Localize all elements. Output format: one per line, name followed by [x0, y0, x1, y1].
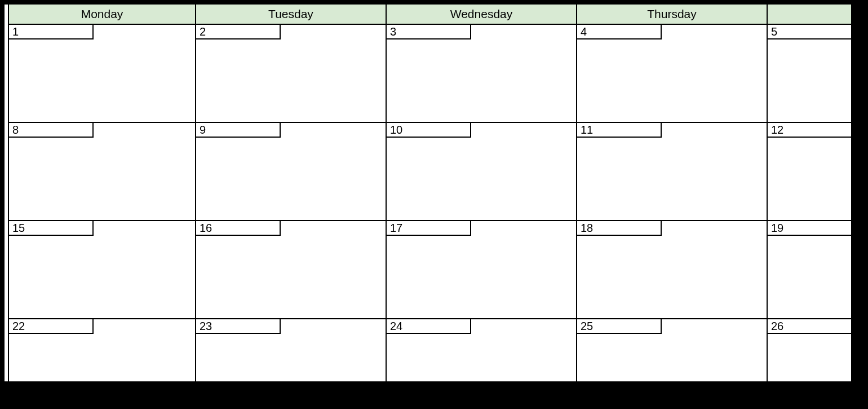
calendar-page: Monday 1 8 15 22 Tuesday 2 9 16 [5, 5, 851, 381]
calendar-cell[interactable]: 19 [768, 221, 851, 319]
day-column-wednesday: Wednesday 3 10 17 24 [387, 5, 577, 381]
calendar-cell[interactable]: 26 [768, 319, 851, 381]
day-number: 3 [387, 25, 471, 39]
day-number: 9 [196, 123, 281, 138]
day-header: Wednesday [387, 5, 576, 25]
calendar-cell[interactable]: 10 [387, 123, 576, 221]
calendar-cell[interactable]: 23 [196, 319, 386, 381]
day-column-thursday: Thursday 4 11 18 25 [577, 5, 768, 381]
calendar-cell[interactable]: 11 [577, 123, 767, 221]
day-header: Monday [9, 5, 195, 25]
calendar-cell[interactable]: 12 [768, 123, 851, 221]
day-number: 22 [9, 319, 94, 334]
day-number: 8 [9, 123, 94, 138]
calendar-cell[interactable]: 24 [387, 319, 576, 381]
left-gutter [5, 5, 9, 381]
day-header: Thursday [577, 5, 767, 25]
calendar-cell[interactable]: 8 [9, 123, 195, 221]
day-number: 10 [387, 123, 471, 138]
day-number: 1 [9, 25, 94, 39]
day-header: Friday [768, 5, 851, 25]
calendar-cell[interactable]: 25 [577, 319, 767, 381]
day-column-friday: Friday 5 12 19 26 [768, 5, 851, 381]
day-number: 17 [387, 221, 471, 236]
day-number: 2 [196, 25, 281, 39]
day-number: 11 [577, 123, 662, 138]
calendar-cell[interactable]: 15 [9, 221, 195, 319]
day-number: 19 [768, 221, 851, 236]
day-column-tuesday: Tuesday 2 9 16 23 [196, 5, 387, 381]
calendar-cell[interactable]: 18 [577, 221, 767, 319]
day-column-monday: Monday 1 8 15 22 [9, 5, 196, 381]
calendar-cell[interactable]: 9 [196, 123, 386, 221]
calendar-cell[interactable]: 5 [768, 25, 851, 123]
day-number: 5 [768, 25, 851, 39]
day-number: 18 [577, 221, 662, 236]
calendar-cell[interactable]: 22 [9, 319, 195, 381]
day-header: Tuesday [196, 5, 386, 25]
calendar-cell[interactable]: 2 [196, 25, 386, 123]
calendar-cell[interactable]: 1 [9, 25, 195, 123]
calendar-grid: Monday 1 8 15 22 Tuesday 2 9 16 [5, 5, 851, 381]
day-number: 23 [196, 319, 281, 334]
calendar-cell[interactable]: 4 [577, 25, 767, 123]
calendar-cell[interactable]: 3 [387, 25, 576, 123]
day-number: 12 [768, 123, 851, 138]
day-number: 15 [9, 221, 94, 236]
day-number: 25 [577, 319, 662, 334]
calendar-cell[interactable]: 17 [387, 221, 576, 319]
calendar-cell[interactable]: 16 [196, 221, 386, 319]
day-number: 16 [196, 221, 281, 236]
day-number: 4 [577, 25, 662, 39]
day-number: 24 [387, 319, 471, 334]
day-number: 26 [768, 319, 851, 334]
